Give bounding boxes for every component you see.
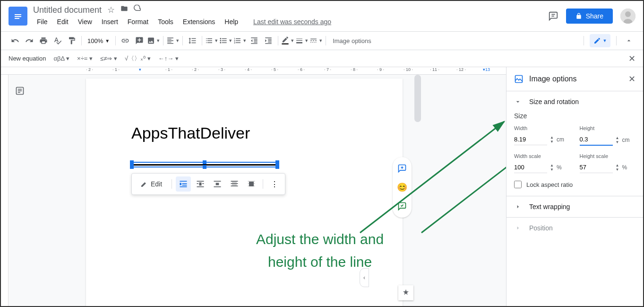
menu-insert[interactable]: Insert [98,16,122,27]
width-input[interactable] [514,134,547,145]
horizontal-ruler[interactable]: · 2 ·· 1 · ▾ · 1 ·· 2 · · 3 ·· 4 · · 5 ·… [1,67,506,75]
bullet-list-icon[interactable]: ▼ [219,34,232,47]
width-stepper[interactable]: ▲▼ [550,135,554,144]
print-icon[interactable] [37,34,50,47]
menu-format[interactable]: Format [124,16,152,27]
eq-operators-dropdown[interactable]: ×÷= ▾ [77,55,93,62]
comments-icon[interactable] [548,11,558,21]
more-options-icon[interactable]: ⋮ [267,176,282,192]
height-scale-input[interactable] [580,162,613,173]
selected-image-line[interactable] [131,162,278,167]
svg-rect-33 [197,183,198,184]
cloud-icon[interactable] [134,5,142,15]
align-icon[interactable]: ▼ [166,34,180,47]
document-title[interactable]: Untitled document [33,5,102,15]
svg-rect-31 [197,181,204,182]
lock-aspect-ratio-checkbox[interactable]: Lock aspect ratio [514,181,635,188]
border-weight-icon[interactable]: ▼ [295,34,309,47]
edit-image-button[interactable]: Edit [135,177,168,191]
wrap-text-icon[interactable] [193,176,208,192]
height-label: Height [580,125,636,131]
svg-rect-19 [312,42,313,43]
svg-point-7 [220,38,222,39]
vertical-scrollbar[interactable] [414,75,421,122]
spellcheck-icon[interactable] [51,34,64,47]
svg-rect-2 [15,18,19,19]
svg-rect-1 [15,16,21,17]
menubar: File Edit View Insert Format Tools Exten… [33,16,548,27]
add-comment-bubble-icon[interactable] [395,161,410,176]
vertical-ruler[interactable] [1,75,9,306]
menu-help[interactable]: Help [221,16,242,27]
eq-arrows-dropdown[interactable]: ←↑→ ▾ [158,55,179,62]
hide-menus-icon[interactable] [622,34,635,47]
new-equation-button[interactable]: New equation [9,55,46,62]
border-color-icon[interactable]: ▼ [281,34,294,47]
svg-point-6 [625,11,631,17]
height-stepper[interactable]: ▲▼ [616,136,619,144]
menu-file[interactable]: File [33,16,52,27]
image-icon [514,74,524,84]
eq-math-dropdown[interactable]: √〈〉ₓ⁰ ▾ [125,54,151,63]
eq-relations-dropdown[interactable]: ≤≠⇒ ▾ [100,55,117,62]
size-rotation-section-header[interactable]: Size and rotation [507,91,643,112]
explore-icon[interactable] [398,285,413,300]
wrap-break-icon[interactable] [210,176,225,192]
width-scale-stepper[interactable]: ▲▼ [550,163,554,172]
image-options-toolbar-label[interactable]: Image options [329,37,375,44]
menu-tools[interactable]: Tools [154,16,177,27]
checklist-icon[interactable]: ▼ [205,34,218,47]
wrap-inline-icon[interactable] [176,176,191,192]
docs-logo-icon[interactable] [9,7,27,26]
svg-rect-16 [313,40,314,41]
emoji-reaction-icon[interactable]: 😊 [395,180,410,195]
share-button[interactable]: Share [566,9,613,24]
size-heading: Size [514,112,635,120]
document-text: AppsThatDeliver [131,124,357,142]
text-wrapping-section-header[interactable]: Text wrapping [507,196,643,217]
close-sidebar-icon[interactable]: ✕ [628,74,635,84]
svg-rect-38 [214,186,221,187]
svg-rect-30 [180,186,187,187]
collapse-sidebar-icon[interactable]: ‹ [360,268,369,287]
height-input[interactable] [580,134,613,146]
menu-extensions[interactable]: Extensions [179,16,219,27]
svg-rect-29 [182,185,187,186]
link-icon[interactable] [119,34,132,47]
eq-greek-dropdown[interactable]: αβΔ ▾ [54,55,70,62]
svg-rect-10 [282,44,289,44]
redo-icon[interactable] [23,34,36,47]
add-comment-icon[interactable] [133,34,146,47]
width-scale-label: Width scale [514,153,570,159]
svg-rect-18 [310,42,311,43]
move-icon[interactable] [120,5,128,15]
svg-rect-21 [316,42,316,43]
zoom-dropdown[interactable]: 100% ▼ [85,37,112,44]
line-spacing-icon[interactable] [186,34,199,47]
menu-view[interactable]: View [74,16,96,27]
editing-mode-button[interactable]: ▼ [590,34,610,47]
document-page[interactable]: AppsThatDeliver Edit ⋮ [86,79,403,306]
user-avatar[interactable] [620,9,635,24]
close-equation-bar-icon[interactable]: ✕ [628,53,635,64]
wrap-behind-icon[interactable] [227,176,242,192]
svg-rect-11 [296,38,302,39]
undo-icon[interactable] [9,34,22,47]
suggest-edit-icon[interactable] [395,199,410,214]
last-edit-link[interactable]: Last edit was seconds ago [249,16,335,27]
svg-rect-14 [310,39,317,39]
menu-edit[interactable]: Edit [53,16,72,27]
decrease-indent-icon[interactable] [248,34,261,47]
border-dash-icon[interactable]: ▼ [309,34,323,47]
star-icon[interactable]: ☆ [107,5,115,15]
numbered-list-icon[interactable]: ▼ [233,34,247,47]
paint-format-icon[interactable] [65,34,78,47]
increase-indent-icon[interactable] [262,34,275,47]
height-scale-stepper[interactable]: ▲▼ [616,163,619,172]
width-scale-input[interactable] [514,162,547,173]
svg-rect-34 [202,183,204,184]
svg-rect-27 [180,183,181,185]
wrap-front-icon[interactable] [244,176,259,192]
insert-image-icon[interactable]: ▼ [147,34,160,47]
outline-toggle-icon[interactable] [15,86,28,99]
